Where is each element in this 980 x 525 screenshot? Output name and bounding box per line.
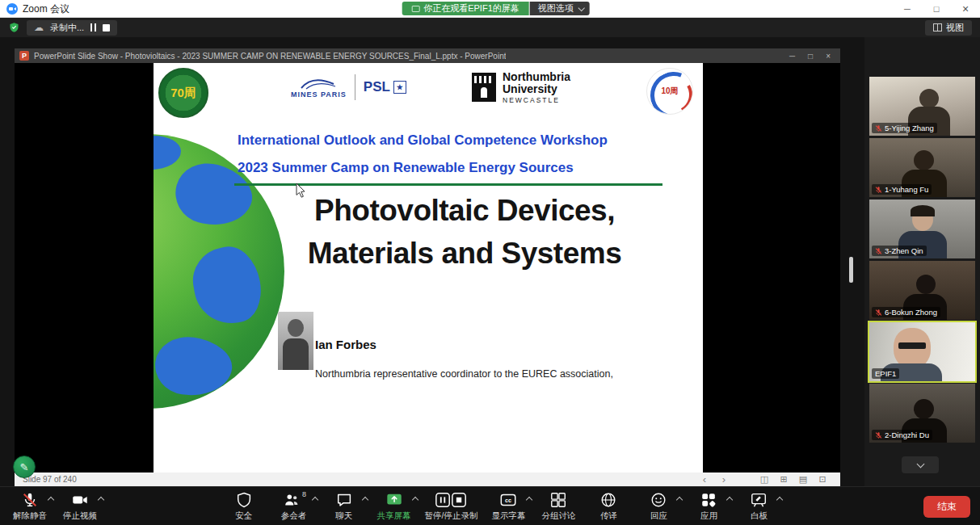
stop-recording-icon[interactable] [103,24,110,32]
security-shield-icon[interactable] [8,21,20,34]
chat-button[interactable]: 聊天 [319,487,369,525]
mines-paris-label: MINES PARIS [291,90,347,99]
powerpoint-statusbar: Slide 97 of 240 ‹ › ◫ ⊞ ▤ ⊡ [15,472,840,486]
powerpoint-title: PowerPoint Slide Show - Photovioltaics -… [34,52,506,61]
stop-video-button[interactable]: 停止视频 [55,487,105,525]
pause-stop-recording-button[interactable]: 暂停/停止录制 [419,487,484,525]
mouse-cursor [296,183,307,199]
mines-paris-psl-logo: MINES PARIS PSL ★ [291,74,406,100]
slide-title-line1: Photovoltaic Devices, [259,189,671,232]
ppt-close-button[interactable]: × [826,52,831,61]
muted-mic-icon [875,124,882,132]
participant-name-tag: 2-Dingzhi Du [872,430,932,440]
unmute-menu-chevron[interactable] [48,495,54,502]
presenter-description: Northumbria representative coordinator t… [315,368,613,380]
participants-menu-chevron[interactable] [312,495,318,502]
reactions-menu-chevron[interactable] [676,495,683,502]
ppt-maximize-button[interactable]: □ [808,52,813,61]
next-slide-button[interactable]: › [714,472,734,486]
pause-recording-icon[interactable] [90,23,96,32]
participant-video[interactable]: 6-Bokun Zhong [869,261,975,320]
normal-view-icon[interactable]: ◫ [755,472,774,486]
participant-name-tag: 1-Yuhang Fu [872,184,932,195]
zoom-brand: Zoom 会议 [6,0,69,18]
security-button[interactable]: 安全 [219,487,269,525]
participant-video-active-speaker[interactable]: EPIF1 [869,322,975,381]
screen-icon [411,6,419,12]
end-meeting-button[interactable]: 结束 [923,496,970,518]
participant-name-tag: EPIF1 [872,368,899,379]
slide-title: Photovoltaic Devices, Materials and Syst… [259,189,671,275]
chat-menu-chevron[interactable] [362,495,368,502]
participant-video[interactable]: 2-Dingzhi Du [869,384,975,443]
watching-banner: 你正在观看EPIF1的屏幕 [402,2,529,15]
uni-line3: NEWCASTLE [503,97,570,104]
psl-star-icon: ★ [393,81,406,94]
watching-banner-group: 你正在观看EPIF1的屏幕 视图选项 [402,2,590,15]
captions-menu-chevron[interactable] [526,495,532,502]
anniversary-70-logo: 70周 [158,68,208,118]
presenter-name: Ian Forbes [315,338,376,351]
slide-title-line2: Materials and Systems [259,232,671,275]
uni-line1: Northumbria [503,71,570,83]
view-button-label: 视图 [946,22,964,34]
sidebar-collapse-handle[interactable] [849,257,853,283]
slide-counter: Slide 97 of 240 [23,475,77,484]
mines-swoosh-icon [300,77,337,90]
watching-banner-text: 你正在观看EPIF1的屏幕 [423,2,519,15]
annotation-button[interactable]: ✎ [13,456,36,478]
cc-icon: cc [499,491,517,509]
reactions-button[interactable]: 回应 [633,487,683,525]
app-title: Zoom 会议 [23,2,69,16]
apps-button[interactable]: 应用 [683,487,734,525]
slide-heading-2: 2023 Summer Camp on Renewable Energy Sou… [238,160,703,176]
view-options-dropdown[interactable]: 视图选项 [530,2,590,15]
cloud-recording-icon: ☁ [34,23,44,32]
chat-bubble-icon [335,491,353,509]
globe-icon [599,491,617,509]
participants-collapse-button[interactable] [902,456,939,473]
window-controls: ─ □ × [893,0,980,18]
psl-label: PSL [364,79,390,95]
share-menu-chevron[interactable] [412,495,418,502]
breakout-rooms-button[interactable]: 分组讨论 [533,487,583,525]
whiteboard-menu-chevron[interactable] [776,495,783,502]
participants-button[interactable]: 8 参会者 [269,487,319,525]
slide[interactable]: 70周 MINES PARIS PSL ★ Nort [154,63,703,472]
minimize-button[interactable]: ─ [893,0,922,18]
apps-menu-chevron[interactable] [726,495,733,502]
participant-name-tag: 3-Zhen Qin [872,246,927,256]
northumbria-logo: Northumbria University NEWCASTLE [472,71,570,104]
unmute-button[interactable]: 解除静音 [5,487,55,525]
participant-video[interactable]: 3-Zhen Qin [869,200,975,258]
ppt-minimize-button[interactable]: ─ [789,52,795,61]
participant-video[interactable]: 5-Yijing Zhang [869,77,975,136]
powerpoint-app-icon: P [19,51,29,61]
slideshow-view-icon[interactable]: ⊡ [813,472,832,486]
share-screen-button[interactable]: 共享屏幕 [369,487,419,525]
previous-slide-button[interactable]: ‹ [695,472,714,486]
shield-icon [235,491,253,509]
maximize-button[interactable]: □ [922,0,951,18]
whiteboard-button[interactable]: 白板 [734,487,784,525]
svg-text:cc: cc [505,497,511,504]
powerpoint-window: P PowerPoint Slide Show - Photovioltaics… [15,48,840,486]
participant-video[interactable]: 1-Yuhang Fu [869,138,975,197]
recording-indicator: ☁ 录制中... [27,20,117,36]
participants-count-badge: 8 [302,490,306,498]
interpretation-button[interactable]: 传译 [583,487,633,525]
close-button[interactable]: × [951,0,980,18]
view-button[interactable]: 视图 [925,20,972,36]
reading-view-icon[interactable]: ▤ [793,472,813,486]
breakout-grid-icon [549,491,567,509]
video-menu-chevron[interactable] [98,495,104,502]
slideshow-area: 70周 MINES PARIS PSL ★ Nort [15,63,840,472]
mic-muted-icon [21,491,39,509]
show-captions-button[interactable]: cc 显示字幕 [483,487,533,525]
recording-status-text: 录制中... [50,22,84,34]
share-screen-icon [385,491,403,509]
participant-name-tag: 5-Yijing Zhang [872,123,937,133]
zoom-logo-icon [6,3,18,15]
slide-sorter-icon[interactable]: ⊞ [774,472,793,486]
participants-panel: 5-Yijing Zhang 1-Yuhang Fu 3-Zhen Qin 6-… [864,37,980,486]
